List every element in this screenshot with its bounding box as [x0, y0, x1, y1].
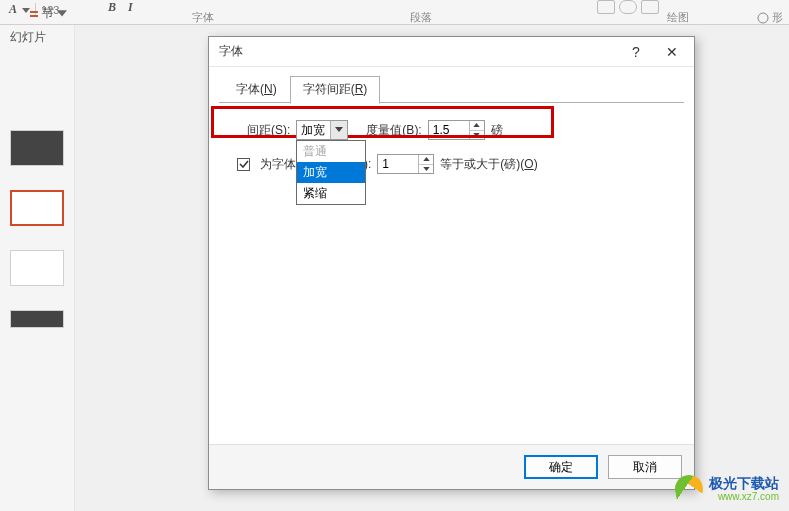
measure-spinner[interactable] — [428, 120, 485, 140]
tab-char-spacing[interactable]: 字符间距(R) — [290, 76, 381, 104]
kern-input[interactable] — [378, 155, 418, 173]
italic-icon: I — [125, 0, 136, 15]
measure-label: 度量值(B): — [366, 122, 421, 139]
slide-thumbnail[interactable] — [10, 130, 64, 166]
watermark: 极光下载站 www.xz7.com — [675, 475, 779, 503]
dialog-title: 字体 — [219, 43, 243, 60]
kerning-checkbox[interactable] — [237, 158, 250, 171]
spin-down-button[interactable] — [470, 131, 484, 140]
shape-rect2-icon — [641, 0, 659, 14]
unit-label: 磅 — [491, 122, 503, 139]
bold-icon: B — [105, 0, 119, 15]
svg-rect-2 — [30, 15, 38, 17]
cancel-button[interactable]: 取消 — [608, 455, 682, 479]
tab-font[interactable]: 字体(N) — [223, 76, 290, 103]
check-icon — [239, 160, 249, 168]
watermark-url: www.xz7.com — [709, 491, 779, 502]
ribbon-group-draw: 绘图 — [667, 10, 689, 25]
spacing-select-value: 加宽 — [301, 122, 325, 139]
watermark-logo-icon — [673, 473, 705, 505]
spin-up-button[interactable] — [470, 121, 484, 131]
slide-thumbnail[interactable] — [10, 310, 64, 328]
spin-up-button[interactable] — [419, 155, 433, 165]
slide-sidebar: 幻灯片 节 — [0, 25, 75, 511]
dropdown-option-normal[interactable]: 普通 — [297, 141, 365, 162]
section-icon — [29, 9, 39, 19]
font-dialog: 字体 ? ✕ 字体(N) 字符间距(R) 间距(S): 加宽 — [208, 36, 695, 490]
spacing-select[interactable]: 加宽 普通 加宽 紧缩 — [296, 120, 348, 140]
dropdown-option-condensed[interactable]: 紧缩 — [297, 183, 365, 204]
kern-suffix-label: 等于或大于(磅)(O) — [440, 156, 537, 173]
svg-point-0 — [758, 13, 768, 23]
slide-thumbnails — [0, 130, 74, 328]
circle-icon — [757, 12, 769, 24]
help-button[interactable]: ? — [618, 39, 654, 65]
shape-rect-icon — [597, 0, 615, 14]
ribbon-background: A 123 B I 字体 段落 绘图 形 — [0, 0, 789, 25]
spacing-dropdown: 普通 加宽 紧缩 — [296, 140, 366, 205]
close-button[interactable]: ✕ — [654, 39, 690, 65]
dialog-titlebar: 字体 ? ✕ — [209, 37, 694, 67]
chevron-down-icon — [57, 9, 67, 19]
chevron-down-icon — [330, 121, 347, 139]
section-button[interactable]: 节 — [25, 3, 71, 24]
dropdown-option-expanded[interactable]: 加宽 — [297, 162, 365, 183]
format-icon: A — [6, 2, 20, 17]
slide-thumbnail[interactable] — [10, 250, 64, 286]
slide-thumbnail-selected[interactable] — [10, 190, 64, 226]
watermark-title: 极光下载站 — [709, 476, 779, 491]
ribbon-shape-tool[interactable]: 形 — [757, 10, 783, 25]
spacing-label: 间距(S): — [247, 122, 290, 139]
shape-round-icon — [619, 0, 637, 14]
ribbon-group-font: 字体 — [192, 10, 214, 25]
spin-down-button[interactable] — [419, 165, 433, 174]
sidebar-slide-label: 幻灯片 — [0, 25, 74, 50]
measure-input[interactable] — [429, 121, 469, 139]
kern-spinner[interactable] — [377, 154, 434, 174]
svg-rect-1 — [30, 11, 38, 13]
ribbon-group-paragraph: 段落 — [410, 10, 432, 25]
kerning-label-part1: 为字体 — [260, 156, 296, 173]
ribbon-fragment-bold: B I — [105, 0, 136, 15]
ribbon-fragment-shapes — [597, 0, 659, 14]
ok-button[interactable]: 确定 — [524, 455, 598, 479]
